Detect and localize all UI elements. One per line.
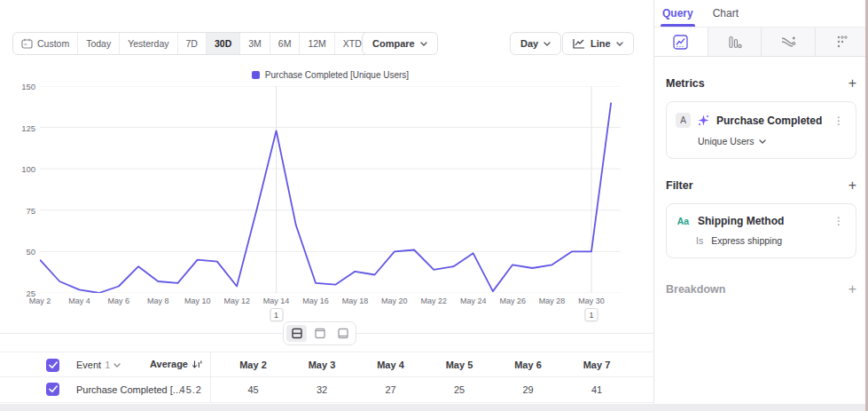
sidebar-tabs: Query Chart (654, 0, 868, 27)
range-button-yesterday[interactable]: Yesterday (120, 33, 177, 54)
table-top-border (0, 352, 654, 352)
metric-measurement-dropdown[interactable]: Unique Users (698, 136, 847, 146)
filter-value: Express shipping (711, 235, 782, 246)
chart-legend: Purchase Completed [Unique Users] (40, 70, 621, 80)
tab-chart[interactable]: Chart (713, 0, 739, 27)
average-column-header[interactable]: Average (124, 359, 202, 369)
event-selector[interactable]: Event 1 (76, 360, 121, 370)
report-type-funnels[interactable] (708, 28, 762, 56)
chart-type-dropdown[interactable]: Line (562, 32, 634, 55)
add-filter-button[interactable]: + (848, 178, 856, 193)
layout-toggle-table-view[interactable] (332, 325, 353, 342)
range-button-3m[interactable]: 3M (240, 33, 270, 54)
string-property-badge: Aa (676, 216, 691, 226)
date-column-header: May 7 (583, 360, 611, 370)
metric-card[interactable]: A Purchase Completed ⋮ Unique Users (666, 101, 856, 159)
x-axis-label: May 26 (499, 296, 526, 305)
date-column-header: May 6 (514, 360, 542, 370)
compare-button[interactable]: Compare (362, 32, 438, 55)
layout-toggle-group (283, 321, 356, 345)
row-checkbox[interactable] (46, 383, 59, 396)
x-axis-label: May 6 (108, 296, 130, 305)
chart-view-icon (314, 328, 326, 339)
granularity-label: Day (520, 38, 538, 49)
filter-card[interactable]: Aa Shipping Method ⋮ Is Express shipping (666, 203, 856, 258)
chevron-down-icon (420, 42, 427, 46)
range-label: Yesterday (128, 38, 168, 49)
metric-event-name: Purchase Completed (716, 115, 824, 127)
chevron-down-icon (759, 139, 766, 144)
average-header-label: Average (150, 359, 188, 369)
granularity-dropdown[interactable]: Day (510, 32, 561, 55)
chevron-down-icon (616, 42, 623, 46)
chevron-down-icon (543, 42, 551, 46)
range-label: 30D (215, 38, 231, 49)
x-axis-label: May 2 (29, 296, 51, 305)
event-sparkle-icon (698, 115, 709, 126)
add-metric-button[interactable]: + (848, 76, 856, 91)
report-type-tabs (654, 27, 868, 57)
x-axis-label: May 20 (381, 296, 408, 305)
select-all-checkbox[interactable] (46, 359, 59, 372)
table-column-divider (210, 352, 211, 402)
x-axis-label: May 28 (539, 296, 566, 305)
bottom-edge-strip (0, 404, 865, 411)
range-label: Custom (37, 38, 69, 49)
app-root: CustomTodayYesterday7D30D3M6M12MXTD Comp… (0, 0, 868, 411)
breakdown-heading: Breakdown (666, 283, 725, 296)
range-label: XTD (343, 38, 362, 49)
insights-icon (673, 35, 688, 50)
measurement-label: Unique Users (698, 136, 755, 146)
filter-property-name: Shipping Method (698, 215, 824, 227)
x-axis-label: May 8 (147, 296, 169, 305)
layout-toggle-chart-view[interactable] (309, 325, 330, 342)
line-chart-icon (573, 38, 585, 49)
range-label: 7D (186, 38, 198, 49)
retention-icon (834, 35, 848, 49)
range-button-12m[interactable]: 12M (300, 33, 334, 54)
x-axis-label: May 22 (421, 296, 448, 305)
y-axis-label: 50 (7, 247, 35, 257)
check-icon (49, 385, 58, 393)
x-axis-label: May 16 (302, 296, 329, 305)
filter-kebab-menu[interactable]: ⋮ (831, 215, 847, 227)
report-type-insights[interactable] (654, 28, 708, 56)
date-column-header: May 5 (446, 360, 473, 370)
filter-condition[interactable]: Is Express shipping (696, 235, 847, 246)
table-cell-value: 45 (247, 384, 258, 395)
table-cell-value: 29 (522, 384, 533, 395)
range-label: 6M (278, 38, 292, 49)
tab-query[interactable]: Query (662, 0, 693, 27)
range-button-7d[interactable]: 7D (178, 33, 207, 54)
range-label: 3M (248, 38, 262, 49)
add-breakdown-button[interactable]: + (848, 282, 856, 296)
range-label: 12M (308, 38, 325, 49)
annotation-badge-may-14[interactable]: 1 (270, 308, 283, 321)
annotation-badge-may-30[interactable]: 1 (585, 308, 598, 321)
range-button-today[interactable]: Today (78, 33, 120, 54)
line-chart-canvas[interactable] (40, 86, 621, 293)
funnels-icon (727, 35, 742, 50)
metric-kebab-menu[interactable]: ⋮ (831, 115, 847, 127)
table-cell-value: 27 (385, 384, 395, 395)
table-cell-value: 25 (454, 384, 465, 395)
metrics-heading: Metrics (666, 77, 705, 90)
event-count: 1 (105, 360, 110, 370)
layout-toggle-split-view[interactable] (286, 325, 307, 342)
compare-label: Compare (372, 38, 415, 49)
table-header-border (0, 376, 654, 377)
filter-section-header: Filter + (666, 178, 856, 193)
table-row-average-value: 45.2 (124, 384, 202, 395)
report-type-retention[interactable] (816, 28, 868, 56)
x-axis-label: May 4 (68, 296, 90, 305)
range-button-30d[interactable]: 30D (207, 33, 240, 54)
sort-icon (192, 360, 202, 369)
date-range-group: CustomTodayYesterday7D30D3M6M12MXTD (12, 32, 382, 55)
filter-operator: Is (696, 235, 703, 246)
range-button-6m[interactable]: 6M (270, 33, 301, 54)
report-type-flows[interactable] (762, 28, 816, 56)
x-axis-label: May 18 (342, 296, 369, 305)
x-axis-label: May 24 (460, 296, 487, 305)
range-button-custom[interactable]: Custom (13, 33, 78, 54)
table-bottom-border (0, 402, 654, 403)
